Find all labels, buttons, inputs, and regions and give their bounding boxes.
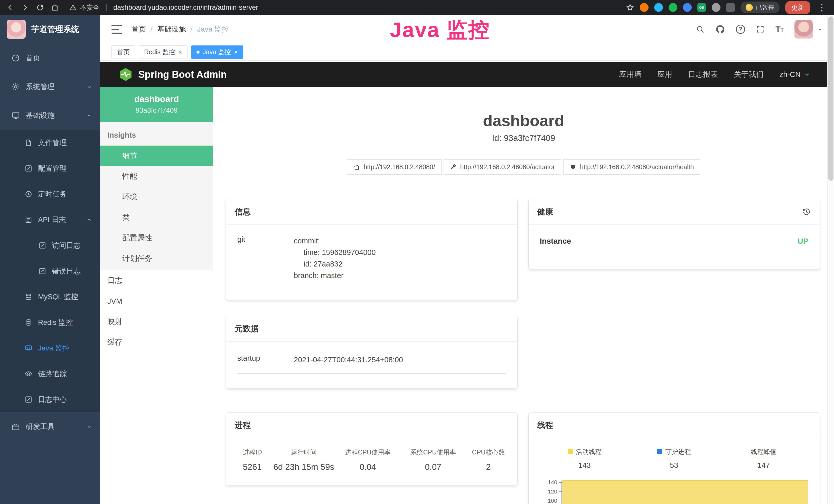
spring-boot-admin-frame: Spring Boot Admin 应用墙 应用 日志报表 关于我们 zh-CN — [100, 62, 834, 504]
tab-redis-monitor[interactable]: Redis 监控 × — [139, 45, 188, 59]
process-stat: CPU核心数 2 — [466, 448, 511, 472]
sba-item-classes[interactable]: 类 — [100, 207, 213, 228]
sba-item-mappings[interactable]: 映射 — [100, 312, 213, 332]
sidebar-item-java-monitor[interactable]: Java 监控 — [0, 335, 100, 361]
process-stat: 进程CPU使用率 0.04 — [335, 448, 400, 472]
process-stat: 系统CPU使用率 0.07 — [400, 448, 466, 472]
scrollbar-thumb[interactable] — [828, 17, 833, 181]
legend-live-threads: 活动线程 143 — [540, 448, 630, 469]
chevron-up-icon — [86, 112, 92, 119]
sba-nav-about[interactable]: 关于我们 — [734, 69, 764, 79]
close-icon[interactable]: × — [178, 49, 182, 55]
browser-extension-on-icon[interactable]: on — [697, 3, 706, 12]
browser-home-icon[interactable] — [51, 3, 59, 12]
bookmark-star-icon[interactable] — [626, 3, 634, 12]
sba-nav-wallboard[interactable]: 应用墙 — [619, 69, 641, 79]
service-url-link[interactable]: http://192.168.0.2:48080/ — [347, 159, 441, 175]
threads-card: 线程 活动线程 143 — [529, 413, 820, 504]
sba-nav-applications[interactable]: 应用 — [657, 69, 672, 79]
reload-icon[interactable] — [36, 3, 44, 12]
info-card-title: 信息 — [226, 199, 517, 225]
history-icon[interactable] — [802, 207, 811, 216]
chevron-down-icon — [803, 71, 811, 78]
sidebar-item-config-management[interactable]: 配置管理 — [0, 156, 100, 181]
actuator-url-link[interactable]: http://192.168.0.2:48080/actuator — [444, 159, 561, 175]
extensions-puzzle-icon[interactable] — [726, 3, 735, 12]
edit-icon — [25, 396, 32, 403]
tab-java-monitor[interactable]: Java 监控 × — [191, 45, 243, 59]
breadcrumb-infra[interactable]: 基础设施 — [157, 24, 186, 34]
threads-legend: 活动线程 143 守护进程 — [540, 448, 809, 469]
url-text: dashboard.yudao.iocoder.cn/infra/admin-s… — [113, 4, 258, 12]
sba-item-details[interactable]: 细节 — [100, 145, 213, 166]
github-icon[interactable] — [715, 24, 725, 34]
search-icon[interactable] — [696, 25, 705, 33]
paused-badge[interactable]: 已暂停 — [741, 2, 780, 13]
sidebar-item-mysql-monitor[interactable]: MySQL 监控 — [0, 284, 100, 310]
tab-home[interactable]: 首页 — [111, 45, 135, 59]
sba-nav-journal[interactable]: 日志报表 — [688, 69, 718, 79]
chevron-down-icon — [817, 26, 823, 32]
language-selector[interactable]: zh-CN — [780, 70, 811, 79]
wrench-icon — [450, 164, 457, 170]
forward-icon[interactable] — [21, 3, 29, 12]
active-dot-icon — [197, 51, 200, 54]
gear-icon — [11, 83, 20, 91]
tag-view-bar: 首页 Redis 监控 × Java 监控 × — [100, 44, 834, 61]
sba-item-logs[interactable]: 日志 — [100, 270, 213, 291]
browser-extension-icon[interactable] — [654, 3, 663, 12]
collapse-sidebar-icon[interactable] — [111, 25, 122, 33]
update-button[interactable]: 更新 — [785, 1, 810, 14]
sidebar-item-log-center[interactable]: 日志中心 — [0, 387, 100, 412]
sba-item-jvm[interactable]: JVM — [100, 291, 213, 312]
sba-nav: 应用墙 应用 日志报表 关于我们 zh-CN — [619, 69, 811, 79]
legend-swatch-yellow — [568, 449, 573, 454]
sidebar-item-infra[interactable]: 基础设施 — [0, 101, 100, 130]
fullscreen-icon[interactable] — [756, 25, 765, 33]
health-url-link[interactable]: http://192.168.0.2:48080/actuator/health — [563, 159, 700, 175]
kebab-menu-icon[interactable]: ⋮ — [816, 2, 828, 13]
instance-block[interactable]: dashboard 93a3fc7f7409 — [100, 87, 213, 122]
browser-extension-icon[interactable] — [668, 3, 677, 12]
smiley-icon — [746, 4, 753, 11]
sidebar-item-system[interactable]: 系统管理 — [0, 72, 100, 101]
health-card-title: 健康 — [537, 206, 553, 217]
instance-id-line: Id: 93a3fc7f7409 — [213, 133, 834, 143]
back-icon[interactable] — [6, 3, 14, 12]
sba-item-scheduled-tasks[interactable]: 计划任务 — [100, 248, 213, 269]
address-bar[interactable]: 不安全 dashboard.yudao.iocoder.cn/infra/adm… — [69, 3, 258, 12]
page-scrollbar[interactable] — [827, 15, 834, 504]
sba-item-performance[interactable]: 性能 — [100, 166, 213, 187]
breadcrumb: 首页 / 基础设施 / Java 监控 — [132, 24, 229, 34]
info-card: 信息 git commit: time: 1596289704000 id: 2… — [226, 199, 517, 300]
sba-item-caches[interactable]: 缓存 — [100, 332, 213, 352]
font-size-icon[interactable]: TT — [775, 25, 784, 34]
metadata-key: startup — [237, 354, 294, 366]
sidebar-item-home[interactable]: 首页 — [0, 44, 100, 72]
sidebar-item-redis-monitor[interactable]: Redis 监控 — [0, 310, 100, 335]
breadcrumb-separator: / — [191, 25, 193, 33]
address-divider — [106, 4, 107, 11]
browser-extension-icon[interactable] — [683, 3, 692, 12]
sidebar-item-file-management[interactable]: 文件管理 — [0, 130, 100, 156]
sba-item-config-props[interactable]: 配置属性 — [100, 228, 213, 248]
sba-brand[interactable]: Spring Boot Admin — [118, 67, 227, 82]
sidebar-item-trace[interactable]: 链路追踪 — [0, 361, 100, 387]
legend-swatch-blue — [657, 449, 662, 454]
insights-section: Insights 细节 性能 环境 类 配置属性 计划任务 — [100, 122, 213, 270]
sidebar-item-devtools[interactable]: 研发工具 — [0, 412, 100, 441]
help-icon[interactable]: ? — [736, 25, 745, 34]
browser-extension-icon[interactable] — [640, 3, 649, 12]
user-avatar[interactable] — [794, 20, 813, 39]
breadcrumb-home[interactable]: 首页 — [132, 24, 146, 34]
browser-extension-icon[interactable] — [712, 3, 721, 12]
close-icon[interactable]: × — [234, 49, 238, 55]
sidebar-item-api-log[interactable]: API 日志 — [0, 207, 100, 233]
sidebar-item-access-log[interactable]: 访问日志 — [0, 233, 100, 258]
sidebar-item-scheduled-jobs[interactable]: 定时任务 — [0, 181, 100, 207]
sidebar-item-error-log[interactable]: 错误日志 — [0, 258, 100, 284]
edit-icon — [25, 165, 32, 172]
database-icon — [25, 319, 32, 326]
sba-item-environment[interactable]: 环境 — [100, 187, 213, 207]
live-threads-area-series — [562, 480, 808, 504]
